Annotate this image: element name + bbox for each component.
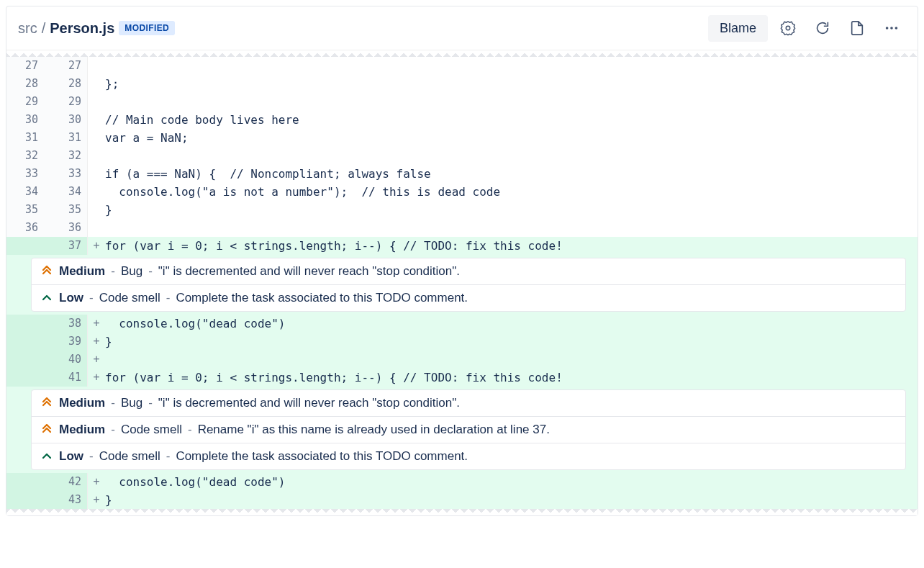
issue-type: Bug	[121, 264, 142, 279]
svg-point-2	[886, 27, 889, 30]
old-line-number: 34	[6, 183, 47, 201]
line-gutter[interactable]: 43	[6, 491, 88, 509]
line-gutter[interactable]: 39	[6, 333, 88, 351]
old-line-number	[6, 333, 47, 351]
svg-point-4	[895, 27, 898, 30]
severity-low-icon	[40, 450, 53, 463]
new-line-number: 35	[47, 201, 87, 219]
more-icon[interactable]	[877, 14, 906, 42]
line-gutter[interactable]: 3131	[6, 129, 88, 147]
diff-marker	[88, 129, 105, 147]
issue-row[interactable]: Low-Code smell-Complete the task associa…	[32, 443, 905, 469]
line-gutter[interactable]: 3030	[6, 111, 88, 129]
line-gutter[interactable]: 3232	[6, 147, 88, 165]
line-gutter[interactable]: 38	[6, 315, 88, 333]
dash: -	[111, 396, 115, 410]
issue-type: Bug	[121, 396, 142, 410]
blame-button[interactable]: Blame	[708, 15, 768, 42]
collapsed-region-indicator-top[interactable]	[6, 50, 918, 57]
new-line-number: 42	[47, 473, 87, 491]
dash: -	[166, 291, 171, 305]
dash: -	[111, 264, 115, 279]
diff-line: 40+	[6, 351, 918, 369]
line-gutter[interactable]: 2727	[6, 57, 88, 75]
diff-line: 38+ console.log("dead code")	[6, 315, 918, 333]
collapsed-region-indicator-bottom[interactable]	[6, 509, 918, 515]
file-diff-panel: src / Person.js MODIFIED Blame 27272828}…	[6, 6, 918, 516]
code-content: };	[105, 75, 918, 93]
dash: -	[148, 264, 153, 279]
diff-line: 43+}	[6, 491, 918, 509]
line-gutter[interactable]: 3636	[6, 219, 88, 237]
issue-severity: Medium	[59, 423, 105, 437]
code-content: }	[105, 201, 918, 219]
code-content: for (var i = 0; i < strings.length; i--)…	[105, 369, 918, 387]
line-gutter[interactable]: 3535	[6, 201, 88, 219]
issue-row[interactable]: Medium-Bug-"i" is decremented and will n…	[32, 390, 905, 416]
status-badge: MODIFIED	[119, 21, 175, 35]
line-gutter[interactable]: 3434	[6, 183, 88, 201]
new-line-number: 27	[47, 57, 87, 75]
refresh-icon[interactable]	[808, 14, 837, 42]
line-gutter[interactable]: 2828	[6, 75, 88, 93]
issue-message: Complete the task associated to this TOD…	[176, 449, 468, 464]
severity-medium-icon	[40, 423, 53, 436]
breadcrumb-dir[interactable]: src	[18, 20, 37, 37]
new-line-number: 38	[47, 315, 87, 333]
diff-line: 3232	[6, 147, 918, 165]
new-line-number: 40	[47, 351, 87, 369]
svg-marker-1	[781, 22, 794, 35]
gear-icon[interactable]	[774, 14, 802, 42]
dash: -	[111, 423, 115, 437]
diff-line: 39+}	[6, 333, 918, 351]
line-gutter[interactable]: 37	[6, 237, 88, 255]
diff-marker	[88, 183, 105, 201]
dash: -	[166, 449, 171, 464]
diff-marker	[88, 93, 105, 111]
new-line-number: 33	[47, 165, 87, 183]
issue-message: "i" is decremented and will never reach …	[158, 264, 460, 279]
diff-line: 41+for (var i = 0; i < strings.length; i…	[6, 369, 918, 387]
line-gutter[interactable]: 2929	[6, 93, 88, 111]
issue-group: Medium-Bug-"i" is decremented and will n…	[6, 387, 918, 473]
issue-message: Rename "i" as this name is already used …	[198, 423, 550, 437]
breadcrumb-file[interactable]: Person.js	[50, 20, 114, 37]
old-line-number: 33	[6, 165, 47, 183]
page-icon[interactable]	[843, 14, 871, 42]
code-content	[105, 93, 918, 111]
issue-row[interactable]: Low-Code smell-Complete the task associa…	[32, 284, 905, 311]
new-line-number: 36	[47, 219, 87, 237]
severity-medium-icon	[40, 265, 53, 278]
diff-marker: +	[88, 315, 105, 333]
old-line-number: 29	[6, 93, 47, 111]
issue-row[interactable]: Medium-Code smell-Rename "i" as this nam…	[32, 416, 905, 443]
issue-group: Medium-Bug-"i" is decremented and will n…	[6, 255, 918, 315]
line-gutter[interactable]: 42	[6, 473, 88, 491]
svg-point-0	[786, 26, 790, 30]
old-line-number	[6, 473, 47, 491]
issue-severity: Medium	[59, 396, 105, 410]
code-content: var a = NaN;	[105, 129, 918, 147]
severity-medium-icon	[40, 397, 53, 410]
file-header: src / Person.js MODIFIED Blame	[6, 6, 918, 50]
svg-point-3	[890, 27, 893, 30]
new-line-number: 32	[47, 147, 87, 165]
diff-line: 2828};	[6, 75, 918, 93]
issue-message: Complete the task associated to this TOD…	[176, 291, 468, 305]
issue-type: Code smell	[121, 423, 182, 437]
issue-severity: Low	[59, 449, 83, 464]
diff-marker	[88, 75, 105, 93]
code-content: console.log("dead code")	[105, 473, 918, 491]
diff-marker	[88, 147, 105, 165]
new-line-number: 43	[47, 491, 87, 509]
dash: -	[188, 423, 192, 437]
diff-marker: +	[88, 237, 105, 255]
diff-body: 27272828};29293030// Main code body live…	[6, 57, 918, 509]
diff-marker	[88, 201, 105, 219]
code-content	[105, 351, 918, 369]
issue-row[interactable]: Medium-Bug-"i" is decremented and will n…	[32, 258, 905, 284]
line-gutter[interactable]: 41	[6, 369, 88, 387]
line-gutter[interactable]: 3333	[6, 165, 88, 183]
line-gutter[interactable]: 40	[6, 351, 88, 369]
old-line-number: 27	[6, 57, 47, 75]
